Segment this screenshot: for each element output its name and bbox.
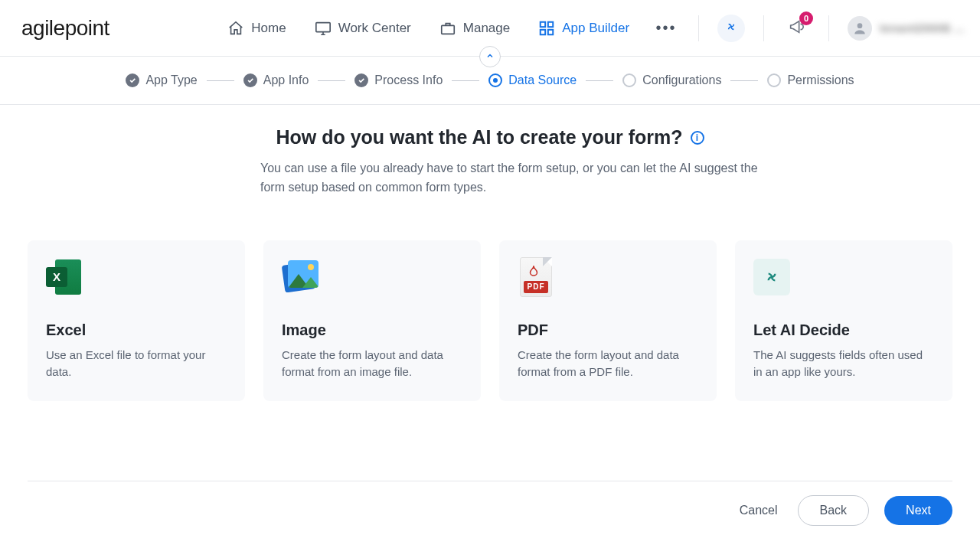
pending-step-icon: [767, 73, 781, 87]
check-icon: [243, 73, 257, 87]
card-desc: The AI suggests fields often used in an …: [753, 347, 934, 381]
step-label: Configurations: [642, 73, 721, 87]
logo: agilepoint: [21, 16, 109, 41]
chevron-up-icon: [485, 51, 495, 63]
pending-step-icon: [622, 73, 636, 87]
home-icon: [227, 19, 245, 38]
check-icon: [354, 73, 368, 87]
nav-manage[interactable]: Manage: [437, 15, 511, 42]
next-button[interactable]: Next: [884, 496, 952, 525]
pdf-badge: PDF: [524, 281, 548, 293]
card-let-ai-decide[interactable]: Let AI Decide The AI suggests fields oft…: [735, 240, 952, 401]
notifications-button[interactable]: 0: [782, 15, 810, 42]
step-connector: [452, 80, 479, 81]
svg-rect-2: [541, 21, 545, 26]
separator: [763, 15, 764, 41]
step-connector: [730, 80, 758, 81]
step-app-info[interactable]: App Info: [243, 73, 309, 87]
cancel-button[interactable]: Cancel: [735, 497, 782, 524]
card-title: PDF: [518, 321, 698, 339]
nav-work-center[interactable]: Work Center: [312, 15, 413, 42]
step-label: App Info: [263, 73, 309, 87]
svg-point-6: [858, 23, 863, 28]
step-label: Permissions: [787, 73, 854, 87]
pinwheel-icon: [724, 19, 739, 38]
card-excel[interactable]: X Excel Use an Excel file to format your…: [28, 240, 245, 401]
wizard-footer: Cancel Back Next: [28, 481, 952, 535]
svg-rect-0: [316, 22, 330, 31]
grid-icon: [537, 19, 556, 38]
card-pdf[interactable]: PDF PDF Create the form layout and data …: [499, 240, 717, 401]
more-icon: •••: [657, 19, 675, 38]
svg-rect-4: [541, 29, 545, 34]
header-actions: 0 tenant2000$ ...: [695, 15, 965, 42]
page-title-row: How do you want the AI to create your fo…: [28, 126, 952, 148]
page-subtitle: You can use a file you already have to s…: [214, 159, 766, 197]
card-desc: Create the form layout and data format f…: [518, 347, 698, 381]
svg-rect-3: [548, 21, 553, 26]
separator: [828, 15, 829, 41]
logo-text: agilepoint: [21, 16, 109, 41]
primary-nav: Home Work Center Manage App Builder •••: [225, 15, 677, 42]
stepper-container: App Type App Info Process Info Data Sour…: [0, 57, 980, 105]
back-button[interactable]: Back: [798, 495, 870, 526]
step-connector: [318, 80, 345, 81]
card-title: Let AI Decide: [753, 321, 934, 339]
main-content: How do you want the AI to create your fo…: [0, 105, 980, 409]
page-title: How do you want the AI to create your fo…: [276, 126, 682, 148]
excel-icon: X: [46, 259, 83, 295]
nav-app-builder[interactable]: App Builder: [536, 15, 631, 42]
image-icon: [282, 259, 318, 295]
card-desc: Use an Excel file to format your data.: [46, 347, 227, 381]
avatar: [848, 16, 872, 41]
source-cards: X Excel Use an Excel file to format your…: [28, 240, 952, 401]
nav-manage-label: Manage: [463, 21, 510, 36]
user-name: tenant2000$ ...: [880, 21, 965, 34]
user-menu[interactable]: tenant2000$ ...: [848, 16, 965, 41]
briefcase-icon: [439, 19, 457, 38]
card-desc: Create the form layout and data format f…: [282, 347, 462, 381]
copilot-button[interactable]: [717, 15, 745, 42]
check-icon: [126, 73, 139, 87]
monitor-icon: [314, 19, 332, 38]
svg-rect-1: [442, 25, 455, 34]
card-image[interactable]: Image Create the form layout and data fo…: [263, 240, 481, 401]
pdf-icon: PDF: [518, 259, 554, 295]
step-label: Data Source: [508, 73, 577, 87]
step-permissions[interactable]: Permissions: [767, 73, 854, 87]
info-icon[interactable]: i: [691, 131, 704, 145]
card-title: Excel: [46, 321, 227, 339]
step-configurations[interactable]: Configurations: [622, 73, 721, 87]
card-title: Image: [282, 321, 462, 339]
collapse-stepper-button[interactable]: [479, 46, 501, 67]
step-label: Process Info: [374, 73, 443, 87]
nav-home-label: Home: [251, 21, 286, 36]
step-process-info[interactable]: Process Info: [354, 73, 443, 87]
step-app-type[interactable]: App Type: [126, 73, 197, 87]
notification-badge: 0: [799, 11, 813, 25]
separator: [698, 15, 699, 41]
nav-work-center-label: Work Center: [338, 21, 411, 36]
step-data-source[interactable]: Data Source: [488, 73, 577, 87]
ai-icon: [753, 259, 790, 295]
step-label: App Type: [145, 73, 197, 87]
step-connector: [207, 80, 234, 81]
step-connector: [586, 80, 613, 81]
svg-rect-5: [548, 29, 553, 34]
nav-home[interactable]: Home: [225, 15, 287, 42]
current-step-icon: [488, 73, 502, 87]
nav-app-builder-label: App Builder: [562, 21, 629, 36]
nav-more[interactable]: •••: [655, 15, 677, 42]
